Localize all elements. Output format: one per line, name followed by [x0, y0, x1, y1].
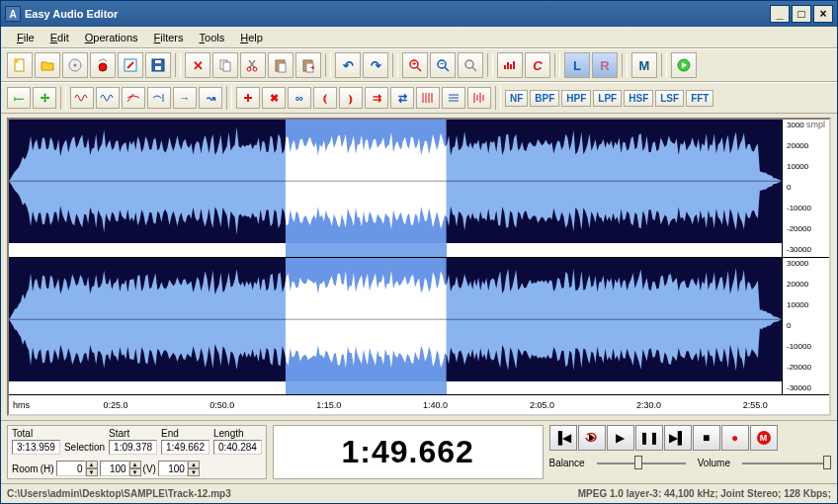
play-go-button[interactable] — [671, 52, 697, 78]
pause-button[interactable]: ❚❚ — [635, 425, 663, 451]
room-h-pct-spinner[interactable]: ▲▼ — [100, 461, 141, 476]
close-button[interactable]: × — [813, 5, 833, 23]
open-button[interactable] — [35, 52, 60, 78]
filter-nf-button[interactable]: NF — [505, 90, 528, 107]
filter-hsf-button[interactable]: HSF — [624, 90, 653, 107]
c-effect-button[interactable]: C — [525, 52, 550, 78]
undo-button[interactable]: ↶ — [335, 52, 361, 78]
volume-slider[interactable] — [742, 455, 831, 470]
spin-up-icon[interactable]: ▲ — [86, 461, 98, 468]
spin-up-icon[interactable]: ▲ — [129, 461, 141, 468]
swap-button[interactable]: ⇄ — [390, 87, 414, 109]
arrow-right-wave-button[interactable]: ↝ — [199, 87, 222, 109]
app-icon: A — [5, 6, 21, 22]
menu-operations[interactable]: Operations — [77, 30, 146, 45]
balance-slider[interactable] — [597, 455, 686, 470]
filter-lsf-button[interactable]: LSF — [655, 90, 684, 107]
filter-hpf-button[interactable]: HPF — [561, 90, 591, 107]
next-button[interactable]: ▶▌ — [664, 425, 692, 451]
play-button[interactable]: ▶ — [607, 425, 634, 451]
end-value: 1:49.662 — [161, 440, 210, 455]
zoom-in-button[interactable]: + — [402, 52, 428, 78]
spin-down-icon[interactable]: ▼ — [188, 468, 200, 476]
mono-button[interactable]: ⦆ — [339, 87, 363, 109]
total-value: 3:13.959 — [12, 440, 60, 455]
menubar: File Edit Operations Filters Tools Help — [1, 27, 837, 48]
arrow-right-button[interactable]: → — [173, 87, 197, 109]
echo-button[interactable]: ⦅ — [313, 87, 337, 109]
record-button[interactable]: ● — [721, 425, 749, 451]
waveform-area[interactable]: smpl 30000 20000 10000 0 -10000 — [7, 118, 831, 416]
wave-red-button[interactable] — [70, 87, 94, 109]
filter-fft-button[interactable]: FFT — [686, 90, 713, 107]
trim-add-button[interactable]: ✢ — [33, 87, 56, 109]
record-source-button[interactable] — [90, 52, 116, 78]
filter-lpf-button[interactable]: LPF — [593, 90, 622, 107]
bars3-button[interactable] — [467, 87, 491, 109]
menu-tools[interactable]: Tools — [192, 30, 233, 45]
waveform-track-left[interactable] — [9, 120, 782, 257]
delete-button[interactable]: ✕ — [185, 52, 210, 78]
paste-button[interactable] — [268, 52, 293, 78]
redo-button[interactable]: ↷ — [363, 52, 388, 78]
bars2-button[interactable] — [442, 87, 465, 109]
zoom-out-button[interactable]: − — [430, 52, 456, 78]
shuffle-button[interactable]: ✖ — [262, 87, 286, 109]
split-button[interactable]: ⇉ — [365, 87, 388, 109]
paste-new-button[interactable]: + — [295, 52, 321, 78]
svg-text:+: + — [412, 60, 416, 67]
filter-bpf-button[interactable]: BPF — [530, 90, 559, 107]
total-label: Total — [12, 428, 60, 439]
equalizer-button[interactable] — [497, 52, 523, 78]
window-title: Easy Audio Editor — [25, 8, 118, 20]
mixer-button[interactable]: M — [631, 52, 657, 78]
start-value: 1:09.378 — [109, 440, 157, 455]
spin-up-icon[interactable]: ▲ — [188, 461, 200, 468]
save-button[interactable] — [145, 52, 171, 78]
svg-point-21 — [465, 60, 473, 68]
play-loop-button[interactable] — [578, 425, 606, 451]
cut-button[interactable] — [240, 52, 266, 78]
fade-out-button[interactable] — [147, 87, 171, 109]
svg-rect-13 — [279, 63, 286, 72]
dna-button[interactable]: ∞ — [288, 87, 311, 109]
status-panel: Total Start End Length 3:13.959 Selectio… — [1, 420, 837, 483]
selection-label: Selection — [64, 442, 105, 453]
end-label: End — [161, 428, 210, 439]
trim-left-button[interactable]: ⟝ — [7, 87, 31, 109]
menu-filters[interactable]: Filters — [146, 30, 192, 45]
marker-button[interactable] — [236, 87, 260, 109]
timeline-ruler[interactable]: hms 0:25.0 0:50.0 1:15.0 1:40.0 2:05.0 2… — [9, 394, 829, 414]
minimize-button[interactable]: _ — [770, 5, 790, 23]
left-channel-button[interactable]: L — [564, 52, 590, 78]
menu-help[interactable]: Help — [232, 30, 271, 45]
room-h-spinner[interactable]: ▲▼ — [56, 461, 98, 476]
menu-file[interactable]: File — [9, 30, 42, 45]
length-label: Length — [213, 428, 262, 439]
start-label: Start — [109, 428, 157, 439]
room-h-label: (H) — [41, 463, 54, 474]
fade-in-button[interactable] — [122, 87, 145, 109]
bars-button[interactable] — [416, 87, 440, 109]
file-path: C:\Users\admin\Desktop\SAMPLE\Track-12.m… — [7, 488, 231, 499]
new-button[interactable] — [7, 52, 33, 78]
stop-button[interactable]: ■ — [693, 425, 720, 451]
room-v-pct-spinner[interactable]: ▲▼ — [158, 461, 200, 476]
svg-point-3 — [99, 63, 107, 71]
room-label: Room — [12, 463, 39, 474]
prev-button[interactable]: ▐◀ — [549, 425, 577, 451]
copy-button[interactable] — [212, 52, 238, 78]
wave-blue-button[interactable] — [96, 87, 120, 109]
edit-props-button[interactable] — [118, 52, 143, 78]
maximize-button[interactable]: □ — [792, 5, 811, 23]
time-display: 1:49.662 — [273, 425, 544, 479]
zoom-selection-button[interactable] — [458, 52, 483, 78]
cd-button[interactable] — [62, 52, 88, 78]
m-button[interactable]: M — [750, 425, 778, 451]
spin-down-icon[interactable]: ▼ — [129, 468, 141, 476]
right-channel-button[interactable]: R — [592, 52, 618, 78]
length-value: 0:40.284 — [213, 440, 262, 455]
spin-down-icon[interactable]: ▼ — [86, 468, 98, 476]
waveform-track-right[interactable] — [9, 257, 782, 395]
menu-edit[interactable]: Edit — [42, 30, 77, 45]
